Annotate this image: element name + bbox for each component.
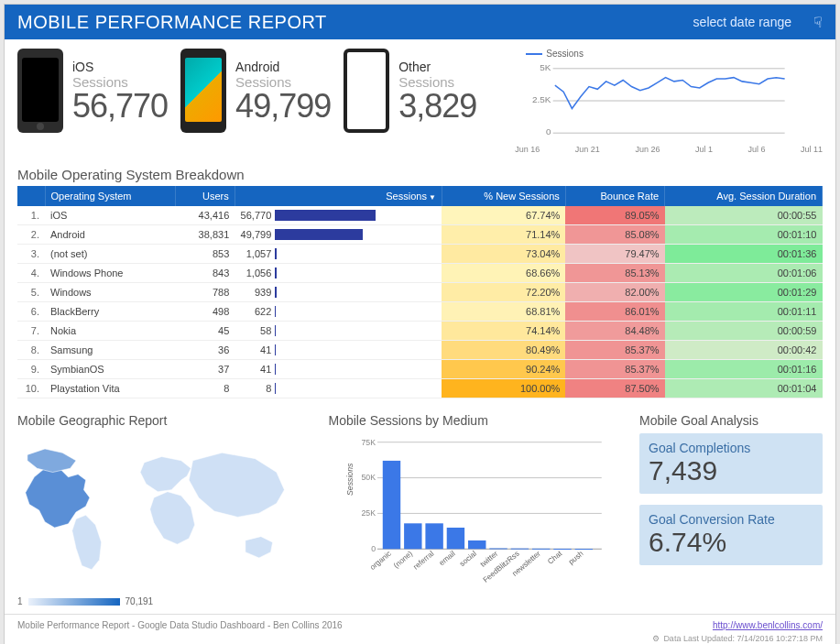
summary-row: iOS Sessions 56,770 Android Sessions 49,… — [5, 39, 835, 159]
table-row[interactable]: 2.Android38,83149,79971.14%85.08%00:01:1… — [17, 225, 823, 245]
goal-conversion-label: Goal Conversion Rate — [649, 512, 813, 527]
svg-rect-23 — [531, 549, 549, 550]
summary-ios: iOS Sessions 56,770 — [17, 49, 168, 133]
phone-ios-icon — [17, 49, 63, 133]
svg-rect-20 — [468, 540, 485, 549]
summary-os-name: iOS — [72, 60, 168, 74]
date-range-label: select date range — [693, 15, 791, 29]
summary-os-name: Android — [235, 60, 331, 74]
goal-title: Mobile Goal Analysis — [639, 413, 823, 428]
sparkline-xticks: Jun 16Jun 21Jun 26Jul 1Jul 6Jul 11 — [515, 145, 823, 154]
header-bar: MOBILE PERFORMANCE REPORT select date ra… — [5, 5, 835, 39]
table-row[interactable]: 5.Windows78893972.20%82.00%00:01:29 — [17, 283, 823, 302]
table-row[interactable]: 6.BlackBerry49862268.81%86.01%00:01:11 — [17, 302, 823, 322]
phone-other-icon — [344, 49, 389, 133]
svg-rect-24 — [553, 549, 571, 550]
summary-os-value: 56,770 — [72, 90, 168, 123]
svg-text:Chat: Chat — [546, 549, 564, 566]
page-title: MOBILE PERFORMANCE REPORT — [17, 12, 693, 33]
medium-bar-chart[interactable]: Sessions 75K50K25K0 organic(none)referra… — [329, 433, 626, 589]
table-row[interactable]: 4.Windows Phone8431,05668.66%85.13%00:01… — [17, 264, 823, 283]
svg-rect-16 — [382, 461, 399, 549]
world-map[interactable] — [17, 433, 314, 589]
sort-caret-icon: ▼ — [429, 193, 436, 202]
os-breakdown-table[interactable]: Operating SystemUsersSessions▼% New Sess… — [17, 186, 823, 398]
phone-android-icon — [180, 49, 226, 133]
legend-label: Sessions — [546, 49, 584, 59]
geo-scale: 1 70,191 — [17, 596, 314, 606]
svg-text:(none): (none) — [392, 550, 414, 570]
table-header[interactable]: Avg. Session Duration — [665, 186, 823, 206]
footer-updated-text: Data Last Updated: 7/14/2016 10:27:18 PM — [663, 634, 823, 643]
goal-conversion-value: 6.74% — [649, 527, 813, 558]
svg-text:referral: referral — [411, 550, 435, 572]
goal-panel: Mobile Goal Analysis Goal Completions 7,… — [639, 413, 823, 606]
footer-link[interactable]: http://www.benlcollins.com/ — [713, 620, 823, 630]
svg-text:75K: 75K — [361, 438, 376, 447]
svg-text:social: social — [458, 550, 478, 569]
svg-text:50K: 50K — [361, 473, 376, 482]
footer: Mobile Performance Report - Google Data … — [5, 614, 835, 632]
summary-other: Other Sessions 3,829 — [344, 49, 476, 133]
svg-text:2.5K: 2.5K — [532, 94, 551, 104]
goal-completions-value: 7,439 — [649, 455, 813, 486]
geo-panel: Mobile Geographic Report 1 70,191 — [17, 413, 314, 606]
svg-rect-21 — [489, 549, 507, 550]
table-row[interactable]: 3.(not set)8531,05773.04%79.47%00:01:36 — [17, 245, 823, 264]
goal-conversion-card: Goal Conversion Rate 6.74% — [639, 505, 823, 565]
svg-rect-22 — [510, 549, 528, 550]
svg-text:Sessions: Sessions — [344, 463, 354, 496]
gear-icon: ⚙ — [652, 634, 660, 643]
table-header[interactable] — [17, 186, 45, 206]
svg-text:25K: 25K — [361, 508, 376, 518]
legend-swatch — [526, 53, 542, 55]
table-header[interactable]: Operating System — [45, 186, 176, 206]
table-row[interactable]: 7.Nokia455874.14%84.48%00:00:59 — [17, 322, 823, 341]
sessions-sparkline[interactable]: Sessions 5K 2.5K 0 Jun 16Jun 21Jun 26Jul… — [489, 49, 823, 154]
svg-rect-17 — [404, 523, 421, 549]
summary-android: Android Sessions 49,799 — [180, 49, 331, 133]
table-title: Mobile Operating System Breakdown — [17, 167, 823, 182]
summary-os-name: Other — [398, 60, 476, 74]
svg-text:0: 0 — [546, 126, 551, 136]
summary-os-value: 3,829 — [398, 90, 476, 123]
svg-rect-19 — [446, 528, 464, 549]
table-row[interactable]: 8.Samsung364180.49%85.37%00:00:42 — [17, 341, 823, 360]
geo-scale-max: 70,191 — [125, 596, 154, 606]
date-range-selector[interactable]: select date range ☟ — [693, 14, 823, 31]
table-header[interactable]: % New Sessions — [442, 186, 565, 206]
medium-title: Mobile Sessions by Medium — [329, 413, 626, 428]
sparkline-chart: 5K 2.5K 0 — [489, 60, 823, 141]
footer-attribution: Mobile Performance Report - Google Data … — [17, 620, 343, 630]
table-header[interactable]: Bounce Rate — [565, 186, 664, 206]
goal-completions-card: Goal Completions 7,439 — [639, 433, 823, 494]
footer-updated: ⚙Data Last Updated: 7/14/2016 10:27:18 P… — [5, 632, 835, 644]
svg-text:push: push — [567, 549, 585, 566]
geo-gradient — [28, 598, 120, 606]
svg-text:5K: 5K — [540, 62, 552, 72]
geo-title: Mobile Geographic Report — [17, 413, 314, 428]
svg-rect-18 — [425, 523, 442, 549]
table-row[interactable]: 10.Playstation Vita88100.00%87.50%00:01:… — [17, 379, 823, 398]
table-row[interactable]: 9.SymbianOS374190.24%85.37%00:01:16 — [17, 360, 823, 379]
bottom-row: Mobile Geographic Report 1 70,191 M — [5, 408, 835, 614]
table-header[interactable]: Users — [176, 186, 235, 206]
svg-rect-25 — [574, 549, 592, 550]
svg-text:email: email — [437, 550, 456, 568]
summary-os-value: 49,799 — [235, 90, 331, 123]
table-row[interactable]: 1.iOS43,41656,77067.74%89.05%00:00:55 — [17, 206, 823, 225]
geo-scale-min: 1 — [17, 596, 23, 606]
svg-text:0: 0 — [371, 544, 376, 553]
dashboard-page: MOBILE PERFORMANCE REPORT select date ra… — [4, 4, 836, 644]
medium-panel: Mobile Sessions by Medium Sessions 75K50… — [329, 413, 626, 606]
pointer-icon: ☟ — [813, 14, 823, 31]
goal-completions-label: Goal Completions — [649, 441, 813, 455]
table-header[interactable]: Sessions▼ — [235, 186, 442, 206]
